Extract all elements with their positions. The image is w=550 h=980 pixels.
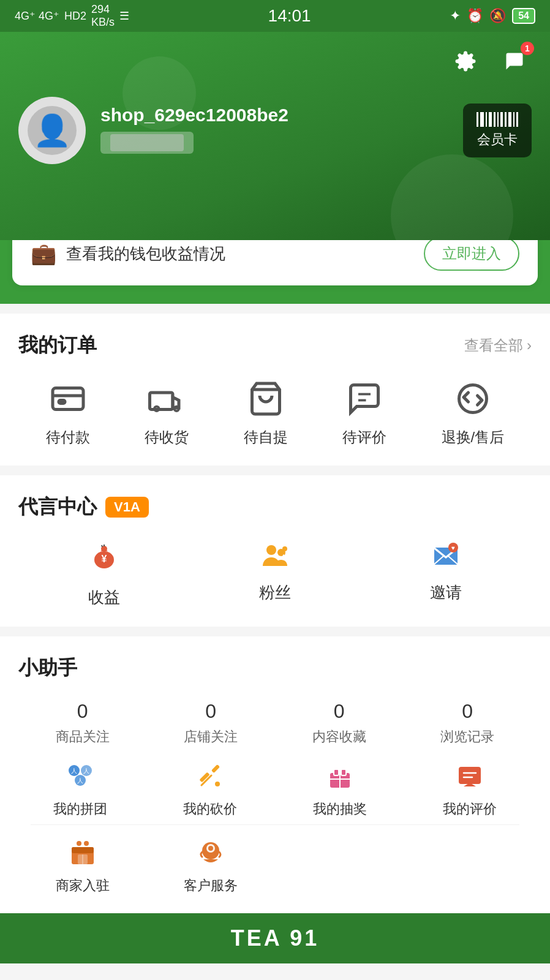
wallet-left: 💼 查看我的钱包收益情况 <box>31 241 225 266</box>
return-icon-box <box>451 377 494 420</box>
svg-text:人: 人 <box>83 767 89 774</box>
order-item-review[interactable]: 待评价 <box>342 377 386 447</box>
customer-service-icon <box>195 837 227 869</box>
product-follow-count: 0 <box>77 700 88 723</box>
order-item-delivery[interactable]: 待收货 <box>145 377 189 447</box>
bargain-icon <box>194 761 226 793</box>
battery-indicator: 54 <box>512 8 535 24</box>
spokes-label-fans: 粉丝 <box>259 582 291 603</box>
action-pintuan[interactable]: 人 人 人 我的拼团 <box>18 761 142 818</box>
action-bargain[interactable]: 我的砍价 <box>148 761 272 818</box>
orders-title: 我的订单 <box>18 332 97 359</box>
spokes-item-invite[interactable]: ♥ 邀请 <box>430 539 462 608</box>
counter-content-collect[interactable]: 0 内容收藏 <box>275 700 404 746</box>
svg-rect-34 <box>341 769 346 775</box>
pintuan-icon: 人 人 人 <box>64 761 96 793</box>
myreview-label: 我的评价 <box>443 800 497 818</box>
pickup-icon-box <box>244 377 287 420</box>
svg-rect-3 <box>150 393 173 410</box>
svg-text:♥: ♥ <box>451 545 455 551</box>
bar5 <box>494 112 495 127</box>
svg-rect-29 <box>211 764 220 773</box>
see-all-button[interactable]: 查看全部 › <box>464 336 532 355</box>
orders-section: 我的订单 查看全部 › 待付款 <box>0 314 550 466</box>
lottery-label: 我的抽奖 <box>313 800 367 818</box>
svg-text:¥: ¥ <box>101 554 107 564</box>
user-tag-inner <box>110 134 184 151</box>
spokes-item-fans[interactable]: ♥ 粉丝 <box>259 539 291 608</box>
sim-icon: ☰ <box>119 9 129 23</box>
order-label-return: 退换/售后 <box>442 428 505 447</box>
svg-text:♥: ♥ <box>282 552 287 560</box>
spokes-item-income[interactable]: ¥ 收益 <box>88 539 120 608</box>
alarm-icon: ⏰ <box>467 8 483 24</box>
chevron-right-icon: › <box>527 337 532 354</box>
svg-text:人: 人 <box>77 777 83 784</box>
lottery-icon <box>324 761 356 793</box>
order-label-payment: 待付款 <box>46 428 90 447</box>
status-time: 14:01 <box>268 6 311 26</box>
service-merchant[interactable]: 商家入驻 <box>18 837 147 895</box>
spokesperson-grid: ¥ 收益 ♥ <box>18 533 532 614</box>
bar6 <box>497 112 499 127</box>
svg-point-30 <box>214 781 220 787</box>
invite-icon: ♥ <box>430 539 462 573</box>
exchange-icon <box>454 380 491 417</box>
bar8 <box>505 112 507 127</box>
spokesperson-section: 代言中心 V1A ¥ 收益 <box>0 475 550 627</box>
service-customer[interactable]: 客户服务 <box>147 837 276 895</box>
bar2 <box>480 112 484 127</box>
spokes-label-invite: 邀请 <box>430 582 462 603</box>
kb-indicator: 294KB/s <box>91 3 115 29</box>
message-button[interactable]: 1 <box>497 44 532 78</box>
svg-point-49 <box>208 846 213 851</box>
orders-header: 我的订单 查看全部 › <box>18 332 532 359</box>
tea-logo: TEA 91 <box>231 925 320 951</box>
bar4 <box>489 112 492 127</box>
action-myreview[interactable]: 我的评价 <box>408 761 532 818</box>
order-item-payment[interactable]: 待付款 <box>46 377 90 447</box>
order-item-return[interactable]: 退换/售后 <box>442 377 505 447</box>
customer-service-label: 客户服务 <box>184 876 238 895</box>
spokes-label-income: 收益 <box>88 587 120 608</box>
income-icon: ¥ <box>88 539 120 578</box>
delivery-icon-box <box>145 377 188 420</box>
header-section: 1 👤 shop_629ec12008be2 <box>0 32 550 240</box>
bargain-label: 我的砍价 <box>183 800 237 818</box>
member-card-button[interactable]: 会员卡 <box>463 104 532 157</box>
order-label-review: 待评价 <box>342 428 386 447</box>
content-collect-label: 内容收藏 <box>312 728 366 746</box>
status-bar: 4G⁺ 4G⁺ HD2 294KB/s ☰ 14:01 ✦ ⏰ 🔕 54 <box>0 0 550 32</box>
bar7 <box>500 112 503 127</box>
product-follow-label: 商品关注 <box>56 728 110 746</box>
bar3 <box>486 112 487 127</box>
svg-point-17 <box>282 546 287 551</box>
member-card-label: 会员卡 <box>477 130 518 149</box>
assistant-header: 小助手 <box>18 655 532 682</box>
bar1 <box>477 112 478 127</box>
counter-shop-follow[interactable]: 0 店铺关注 <box>147 700 276 746</box>
spokesperson-title: 代言中心 <box>18 494 97 521</box>
wallet-icon: 💼 <box>31 241 56 266</box>
settings-button[interactable] <box>448 44 483 78</box>
order-item-pickup[interactable]: 待自提 <box>244 377 288 447</box>
order-label-pickup: 待自提 <box>244 428 288 447</box>
bag-icon <box>247 380 284 417</box>
svg-point-15 <box>266 545 276 555</box>
services-grid: 商家入驻 客户服务 <box>18 825 532 895</box>
merchant-icon <box>67 837 99 869</box>
svg-line-13 <box>102 545 102 547</box>
svg-rect-33 <box>334 769 339 775</box>
counter-product-follow[interactable]: 0 商品关注 <box>18 700 147 746</box>
counter-browse-history[interactable]: 0 浏览记录 <box>404 700 532 746</box>
message-badge: 1 <box>521 42 534 55</box>
action-lottery[interactable]: 我的抽奖 <box>278 761 402 818</box>
assistant-title: 小助手 <box>18 655 77 682</box>
wallet-order-icon <box>50 380 86 417</box>
order-label-delivery: 待收货 <box>145 428 189 447</box>
truck-icon <box>148 380 185 417</box>
status-right: ✦ ⏰ 🔕 54 <box>450 8 535 24</box>
assistant-section: 小助手 0 商品关注 0 店铺关注 0 内容收藏 0 浏览记录 人 <box>0 636 550 913</box>
v1a-badge: V1A <box>105 497 149 518</box>
svg-rect-37 <box>459 767 481 784</box>
